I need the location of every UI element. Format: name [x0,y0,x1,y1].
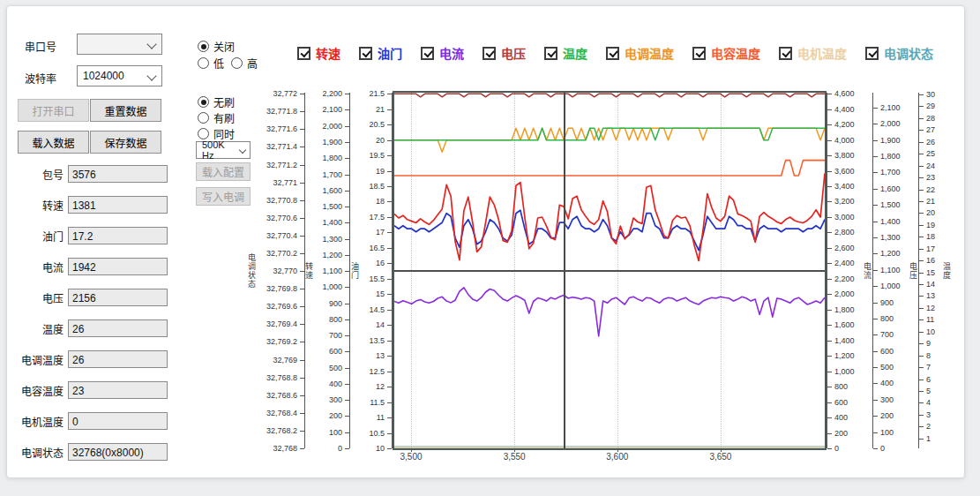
field-value-input[interactable]: 3576 [68,165,168,183]
axis-tick-mark [387,201,392,202]
checkbox-icon[interactable] [692,47,706,60]
radio-option[interactable]: 无刷 [198,94,235,109]
field-value-input[interactable]: 2156 [68,289,168,306]
field-label: 电调温度 [16,352,64,367]
field-value-input[interactable]: 32768(0x8000) [68,443,168,461]
checkbox-icon[interactable] [297,47,310,60]
axis-title: 油门 [351,262,361,280]
axis-tick-label: 15 [926,268,935,277]
axis-tick-mark [300,360,304,361]
checkbox-icon[interactable] [865,47,879,60]
checkbox-icon[interactable] [483,47,496,60]
field-label: 电机温度 [16,414,64,429]
write-esc-button[interactable]: 写入电调 [196,187,251,206]
axis-tick-label: 500 [880,363,894,372]
checkbox-icon[interactable] [421,47,434,60]
axis-tick-label: 900 [329,299,342,308]
radio-icon[interactable] [198,112,209,124]
radio-option[interactable]: 关闭 [198,39,235,54]
chart-cursor[interactable] [564,93,565,448]
axis-tick-label: 1,600 [322,186,342,195]
axis-tick-label: 32,768.8 [266,373,297,382]
axis-title: 电调状态 [248,253,258,289]
axis-tick-mark [300,147,304,147]
axis-tick-label: 32,768.4 [266,409,297,417]
axis-tick-mark [300,165,304,166]
axis-tick-label: 32,771 [273,178,297,187]
y-axis-电流: 4,6004,4004,2004,0003,8003,6003,4003,200… [827,93,873,448]
axis-tick-label: 29 [926,101,935,110]
field-row: 电机温度0 [16,411,168,431]
axis-tick-label: 30 [926,90,935,99]
field-label: 包号 [16,167,64,182]
checkbox-icon[interactable] [779,47,792,60]
x-axis-tick-mark [721,448,722,452]
axis-tick-label: 2,200 [322,89,342,98]
radio-icon[interactable] [231,57,243,69]
radio-icon[interactable] [198,41,209,52]
radio-icon[interactable] [198,57,209,69]
axis-tick-label: 3,800 [834,151,855,160]
axis-tick-label: 600 [880,347,894,356]
field-value-input[interactable]: 0 [68,412,168,430]
axis-tick-label: 1,500 [322,202,342,211]
chart-plot-area[interactable] [393,91,827,450]
freq-select-value: 500K Hz [202,139,232,161]
field-value-input[interactable]: 1942 [68,258,168,275]
axis-tick-label: 1,200 [834,351,855,360]
axis-tick-label: 0 [338,444,342,453]
radio-option[interactable]: 低 [198,56,224,71]
radio-option[interactable]: 高 [231,56,258,71]
axis-tick-mark [300,342,304,342]
field-value-input[interactable]: 26 [68,319,168,337]
button-3[interactable]: 载入数据 [18,131,89,154]
load-config-button[interactable]: 载入配置 [196,162,251,181]
button-4[interactable]: 保存数据 [90,131,161,154]
radio-icon[interactable] [198,96,209,108]
axis-tick-label: 700 [329,331,342,340]
axis-tick-label: 0 [880,444,885,453]
axis-tick-label: 16.5 [369,244,385,252]
field-value-input[interactable]: 17.2 [68,227,168,244]
axis-tick-mark [300,183,304,184]
axis-tick-mark [387,325,392,326]
axis-tick-label: 32,769 [273,356,297,364]
radio-icon[interactable] [198,128,209,139]
baud-select[interactable]: 1024000 [77,65,162,86]
y-axis-转速: 转速2,2002,1002,0001,9001,8001,7001,6001,5… [305,93,350,448]
field-row: 电压2156 [16,288,168,307]
axis-tick-label: 18 [926,232,935,241]
axis-tick-label: 32,768.2 [266,426,297,435]
y-axis-电压: 2,1002,0001,9001,8001,7001,6001,5001,400… [872,93,919,448]
field-value-input[interactable]: 23 [68,381,168,399]
axis-tick-mark [345,255,349,256]
axis-tick-label: 21 [926,197,935,206]
axis-tick-label: 32,768.6 [266,391,297,400]
axis-tick-mark [345,239,349,240]
axis-tick-mark [345,319,349,320]
checkbox-icon[interactable] [359,47,372,60]
legend-item: 电容温度 [692,44,760,62]
x-axis-tick-label: 3,550 [495,452,534,462]
axis-tick-mark [387,372,392,372]
freq-select[interactable]: 500K Hz [196,141,251,159]
axis-tick-label: 2,600 [834,244,855,252]
axis-tick-mark [300,94,304,94]
axis-tick-mark [300,306,304,307]
button-2[interactable]: 重置数据 [90,99,161,122]
axis-tick-label: 100 [329,428,342,437]
field-value-input[interactable]: 1381 [68,196,168,214]
checkbox-icon[interactable] [544,47,557,60]
button-1[interactable]: 打开串口 [18,99,89,122]
checkbox-icon[interactable] [606,47,619,60]
axis-tick-label: 12.5 [369,367,385,376]
axis-tick-mark [387,402,392,403]
x-axis-tick-label: 3,650 [701,452,740,462]
field-value-input[interactable]: 26 [68,350,168,368]
legend-label: 电调状态 [884,44,933,62]
radio-option[interactable]: 有刷 [198,110,235,125]
port-select[interactable] [77,34,162,55]
axis-tick-mark [387,310,392,311]
axis-tick-label: 2,800 [834,228,855,237]
axis-tick-label: 400 [834,413,848,422]
